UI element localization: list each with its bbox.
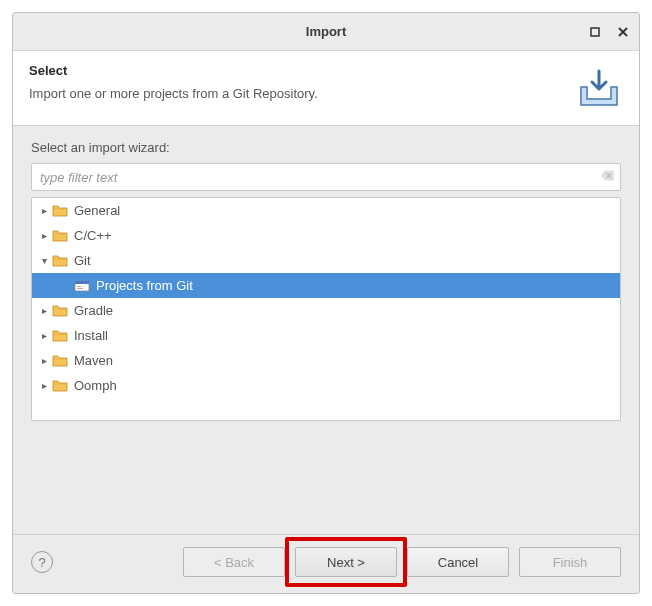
tree-folder[interactable]: ▸General — [32, 198, 620, 223]
tree-item-label: Install — [74, 328, 108, 343]
svg-rect-4 — [77, 288, 83, 289]
svg-rect-2 — [75, 281, 89, 284]
folder-icon — [52, 304, 68, 318]
folder-icon — [52, 379, 68, 393]
tree-item-label: Maven — [74, 353, 113, 368]
filter-label: Select an import wizard: — [31, 140, 621, 155]
chevron-right-icon[interactable]: ▸ — [38, 380, 50, 391]
tree-folder[interactable]: ▸Install — [32, 323, 620, 348]
chevron-right-icon[interactable]: ▸ — [38, 205, 50, 216]
window-controls — [587, 13, 631, 50]
tree-folder[interactable]: ▸Maven — [32, 348, 620, 373]
tree-item-label: Projects from Git — [96, 278, 193, 293]
banner-title: Select — [29, 63, 565, 78]
tree-item-label: Gradle — [74, 303, 113, 318]
tree-folder[interactable]: ▾Git — [32, 248, 620, 273]
svg-rect-0 — [591, 28, 599, 36]
wizard-tree[interactable]: ▸General▸C/C++▾GitProjects from Git▸Grad… — [31, 197, 621, 421]
tree-folder[interactable]: ▸C/C++ — [32, 223, 620, 248]
tree-leaf[interactable]: Projects from Git — [32, 273, 620, 298]
tree-item-label: C/C++ — [74, 228, 112, 243]
wizard-body: Select an import wizard: ▸General▸C/C++▾… — [13, 126, 639, 534]
import-dialog: Import Select Import one or more project… — [12, 12, 640, 594]
svg-rect-3 — [77, 286, 81, 287]
tree-folder[interactable]: ▸Gradle — [32, 298, 620, 323]
button-bar: ? < Back Next > Cancel Finish — [13, 534, 639, 593]
import-icon — [575, 67, 623, 109]
tree-folder[interactable]: ▸Oomph — [32, 373, 620, 398]
folder-icon — [52, 354, 68, 368]
wizard-item-icon — [74, 279, 90, 293]
help-button[interactable]: ? — [31, 551, 53, 573]
banner-description: Import one or more projects from a Git R… — [29, 86, 565, 101]
chevron-right-icon[interactable]: ▸ — [38, 355, 50, 366]
filter-input[interactable] — [31, 163, 621, 191]
window-title: Import — [13, 24, 639, 39]
wizard-banner: Select Import one or more projects from … — [13, 51, 639, 126]
folder-icon — [52, 254, 68, 268]
titlebar: Import — [13, 13, 639, 51]
chevron-down-icon[interactable]: ▾ — [38, 255, 50, 266]
tree-item-label: General — [74, 203, 120, 218]
tree-item-label: Oomph — [74, 378, 117, 393]
cancel-button[interactable]: Cancel — [407, 547, 509, 577]
finish-button: Finish — [519, 547, 621, 577]
back-button: < Back — [183, 547, 285, 577]
chevron-right-icon[interactable]: ▸ — [38, 230, 50, 241]
chevron-right-icon[interactable]: ▸ — [38, 305, 50, 316]
next-button[interactable]: Next > — [295, 547, 397, 577]
folder-icon — [52, 229, 68, 243]
tree-item-label: Git — [74, 253, 91, 268]
maximize-icon[interactable] — [587, 24, 603, 40]
close-icon[interactable] — [615, 24, 631, 40]
folder-icon — [52, 204, 68, 218]
folder-icon — [52, 329, 68, 343]
clear-filter-icon[interactable] — [601, 170, 615, 185]
chevron-right-icon[interactable]: ▸ — [38, 330, 50, 341]
